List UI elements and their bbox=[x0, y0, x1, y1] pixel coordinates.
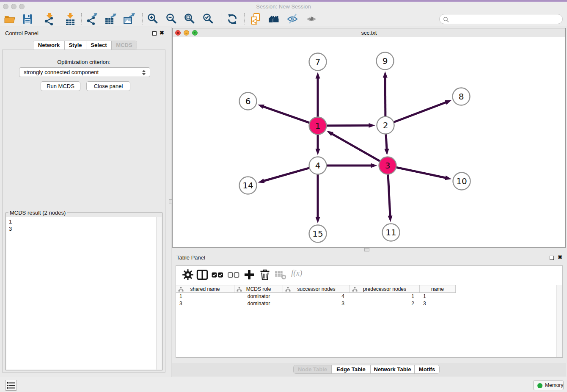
column-header-successor-nodes[interactable]: successor nodes bbox=[283, 285, 350, 293]
export-table-icon[interactable] bbox=[104, 13, 117, 25]
search-icon bbox=[443, 17, 449, 22]
tab-style[interactable]: Style bbox=[65, 41, 86, 50]
mcds-result-list[interactable]: 13 bbox=[6, 217, 156, 370]
table-panel-title: Table Panel bbox=[176, 254, 205, 261]
function-builder-icon[interactable]: f(x) bbox=[291, 268, 302, 278]
home-icon[interactable] bbox=[268, 13, 281, 25]
tab-network-table[interactable]: Network Table bbox=[371, 365, 415, 374]
deselect-checkboxes-icon[interactable] bbox=[228, 269, 239, 281]
optimization-criterion-select[interactable]: strongly connected component bbox=[19, 67, 150, 77]
mcds-result-item[interactable]: 3 bbox=[9, 225, 156, 232]
memory-status-icon bbox=[537, 383, 542, 388]
cell-mcds_role[interactable]: dominator bbox=[234, 300, 283, 307]
mcds-result-group: MCDS result (2 nodes) 13 bbox=[6, 213, 162, 370]
table-tabs: Node Table Edge Table Network Table Moti… bbox=[293, 365, 440, 374]
stepper-down-icon bbox=[142, 73, 146, 75]
graph-edge-arrowhead bbox=[384, 149, 389, 155]
memory-button[interactable]: Memory bbox=[533, 380, 564, 390]
export-network-icon[interactable] bbox=[86, 13, 99, 25]
result-scrollbar[interactable] bbox=[156, 217, 162, 370]
optimization-criterion-label: Optimization criterion: bbox=[3, 59, 165, 65]
graph-edge[interactable] bbox=[263, 168, 309, 181]
tab-mcds[interactable]: MCDS bbox=[112, 41, 137, 50]
graph-edge-arrowhead bbox=[445, 100, 451, 105]
split-columns-icon[interactable] bbox=[196, 269, 208, 281]
zoom-selected-icon[interactable] bbox=[202, 13, 215, 25]
graph-edge[interactable] bbox=[388, 174, 390, 217]
hide-eye-icon[interactable] bbox=[286, 13, 299, 25]
cell-mcds_role[interactable]: dominator bbox=[234, 293, 283, 300]
table-row[interactable]: 3dominator323 bbox=[176, 300, 456, 307]
column-header-shared-name[interactable]: shared name bbox=[176, 285, 234, 293]
mcds-result-title: MCDS result (2 nodes) bbox=[8, 210, 67, 216]
cell-successor_nodes[interactable]: 4 bbox=[283, 293, 350, 300]
close-panel-button[interactable]: Close panel bbox=[86, 81, 130, 91]
cell-name[interactable]: 1 bbox=[420, 293, 456, 300]
select-all-checkboxes-icon[interactable] bbox=[212, 269, 223, 281]
network-window-titlebar[interactable]: ✕ – + scc.txt bbox=[173, 28, 565, 37]
tab-network[interactable]: Network bbox=[33, 41, 65, 50]
tab-node-table[interactable]: Node Table bbox=[294, 365, 332, 374]
zoom-fit-icon[interactable] bbox=[184, 13, 196, 25]
graph-node-label: 14 bbox=[242, 180, 253, 190]
add-column-icon[interactable] bbox=[243, 269, 255, 281]
open-file-icon[interactable] bbox=[3, 13, 16, 25]
mcds-result-item[interactable]: 1 bbox=[9, 218, 156, 225]
search-input[interactable] bbox=[451, 15, 559, 23]
graph-edge[interactable] bbox=[394, 102, 447, 122]
table-scrollbar[interactable] bbox=[556, 285, 562, 357]
graph-node-label: 1 bbox=[315, 121, 321, 131]
column-header-predecessor-nodes[interactable]: predecessor nodes bbox=[350, 285, 420, 293]
node-table-container: f(x) shared nameMCDS rolesuccessor nodes… bbox=[176, 265, 563, 358]
run-mcds-button[interactable]: Run MCDS bbox=[41, 81, 80, 91]
settings-gear-icon[interactable] bbox=[182, 269, 194, 281]
cell-shared_name[interactable]: 1 bbox=[176, 293, 234, 300]
graph-edge[interactable] bbox=[326, 125, 370, 126]
main-toolbar bbox=[0, 11, 567, 27]
zoom-out-icon[interactable] bbox=[165, 13, 178, 25]
control-panel-close-icon[interactable]: ✖ bbox=[160, 30, 164, 36]
copy-network-icon[interactable] bbox=[249, 13, 262, 25]
graph-edge-arrowhead bbox=[383, 71, 388, 77]
tab-select[interactable]: Select bbox=[86, 41, 112, 50]
cell-predecessor_nodes[interactable]: 2 bbox=[350, 300, 420, 307]
control-panel-float-icon[interactable] bbox=[152, 31, 157, 36]
graph-edge[interactable] bbox=[385, 76, 385, 116]
hierarchy-icon bbox=[178, 287, 184, 292]
column-header-MCDS-role[interactable]: MCDS role bbox=[234, 285, 283, 293]
column-header-name[interactable]: name bbox=[420, 285, 456, 293]
refresh-view-icon[interactable] bbox=[226, 13, 239, 25]
graph-edge[interactable] bbox=[396, 167, 446, 178]
graph-node-label: 9 bbox=[383, 56, 388, 66]
cell-name[interactable]: 3 bbox=[420, 300, 456, 307]
control-panel-tabs: Network Style Select MCDS bbox=[33, 41, 137, 50]
show-eye-icon[interactable] bbox=[306, 13, 318, 25]
tab-edge-table[interactable]: Edge Table bbox=[332, 365, 371, 374]
window-titlebar: Session: New Session bbox=[0, 2, 567, 11]
horizontal-splitter-handle[interactable] bbox=[364, 248, 369, 251]
cell-successor_nodes[interactable]: 3 bbox=[283, 300, 350, 307]
graph-edge[interactable] bbox=[331, 133, 380, 161]
graph-edge[interactable] bbox=[386, 134, 387, 150]
cell-predecessor_nodes[interactable]: 1 bbox=[350, 293, 420, 300]
delete-table-icon[interactable] bbox=[275, 269, 286, 281]
cell-shared_name[interactable]: 3 bbox=[176, 300, 234, 307]
export-image-icon[interactable] bbox=[123, 13, 135, 25]
graph-edge[interactable] bbox=[262, 106, 309, 123]
delete-column-icon[interactable] bbox=[259, 269, 271, 281]
table-panel-close-icon[interactable]: ✖ bbox=[558, 254, 562, 260]
network-canvas[interactable]: 7968124314101511 bbox=[173, 37, 565, 247]
task-console-button[interactable] bbox=[5, 380, 17, 391]
tab-motifs[interactable]: Motifs bbox=[415, 365, 439, 374]
table-panel-float-icon[interactable] bbox=[550, 256, 554, 260]
graph-node-label: 10 bbox=[456, 176, 467, 186]
import-network-icon[interactable] bbox=[43, 13, 56, 25]
zoom-in-icon[interactable] bbox=[147, 13, 160, 25]
mcds-panel: Optimization criterion: strongly connect… bbox=[2, 50, 165, 373]
graph-edge-arrowhead bbox=[388, 215, 393, 222]
search-field[interactable] bbox=[439, 14, 563, 24]
table-row[interactable]: 1dominator411 bbox=[176, 293, 456, 300]
import-table-icon[interactable] bbox=[64, 13, 77, 25]
save-session-icon[interactable] bbox=[21, 13, 34, 25]
graph-node-label: 7 bbox=[315, 57, 321, 67]
